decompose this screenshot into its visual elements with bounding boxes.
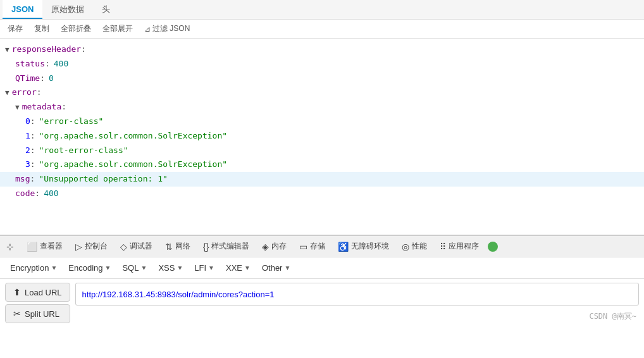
devtools-style-editor-button[interactable]: {} 样式编辑器 [197, 237, 256, 256]
sql-chevron-icon: ▼ [140, 264, 147, 271]
json-line-qtime: QTime: 0 [0, 71, 644, 86]
network-icon: ⇅ [165, 242, 173, 252]
sql-dropdown[interactable]: SQL ▼ [117, 261, 152, 275]
devtools-performance-button[interactable]: ◎ 性能 [395, 237, 433, 256]
devtools-network-button[interactable]: ⇅ 网络 [159, 237, 197, 256]
top-tabs-bar: JSON 原始数据 头 [0, 0, 644, 20]
devtools-app-button[interactable]: ⠿ 应用程序 [433, 237, 485, 256]
encoding-chevron-icon: ▼ [105, 264, 111, 271]
tab-json[interactable]: JSON [3, 0, 42, 19]
save-button[interactable]: 保存 [5, 22, 25, 35]
style-editor-icon: {} [203, 242, 209, 252]
json-line-metadata: ▼ metadata: [0, 100, 644, 114]
json-line-status: status: 400 [0, 57, 644, 71]
json-toolbar: 保存 复制 全部折叠 全部展开 ⊿ 过滤 JSON [0, 20, 644, 39]
devtools-debugger-button[interactable]: ◇ 调试器 [114, 237, 159, 256]
filter-icon: ⊿ [144, 25, 151, 34]
devtools-storage-button[interactable]: ▭ 存储 [293, 237, 331, 256]
xxe-dropdown[interactable]: XXE ▼ [221, 261, 256, 275]
scissors-icon: ✂ [13, 309, 21, 319]
security-toolbar: Encryption ▼ Encoding ▼ SQL ▼ XSS ▼ LFI … [0, 257, 644, 279]
json-line-meta-1: 1: "org.apache.solr.common.SolrException… [0, 129, 644, 144]
tab-head[interactable]: 头 [93, 0, 119, 19]
accessibility-icon: ♿ [338, 242, 349, 252]
lfi-chevron-icon: ▼ [208, 264, 214, 271]
toggle-error[interactable]: ▼ [5, 87, 9, 99]
xss-dropdown[interactable]: XSS ▼ [153, 261, 188, 275]
other-dropdown[interactable]: Other ▼ [257, 261, 295, 275]
devtools-memory-button[interactable]: ◈ 内存 [256, 237, 293, 256]
memory-icon: ◈ [262, 242, 269, 252]
filter-json-button[interactable]: ⊿ 过滤 JSON [142, 22, 192, 35]
xss-chevron-icon: ▼ [176, 264, 183, 271]
expand-all-button[interactable]: 全部展开 [100, 22, 135, 35]
app-icon: ⠿ [440, 242, 446, 252]
upload-icon: ⬆ [13, 287, 21, 297]
encryption-dropdown[interactable]: Encryption ▼ [5, 261, 62, 275]
devtools-accessibility-button[interactable]: ♿ 无障碍环境 [331, 237, 395, 256]
url-input[interactable] [75, 283, 639, 306]
lfi-dropdown[interactable]: LFI ▼ [189, 261, 220, 275]
other-chevron-icon: ▼ [284, 264, 290, 271]
devtools-inspector-button[interactable]: ⬜ 查看器 [20, 237, 69, 256]
load-url-button[interactable]: ⬆ Load URL [5, 283, 70, 302]
encryption-chevron-icon: ▼ [51, 264, 57, 271]
collapse-all-button[interactable]: 全部折叠 [58, 22, 94, 35]
toggle-metadata[interactable]: ▼ [15, 102, 20, 113]
debugger-icon: ◇ [120, 242, 127, 252]
json-line-error: ▼ error: [0, 85, 644, 100]
performance-icon: ◎ [402, 242, 409, 252]
inspector-icon: ⬜ [27, 242, 37, 252]
xxe-chevron-icon: ▼ [244, 264, 251, 271]
console-icon: ▷ [75, 242, 82, 252]
storage-icon: ▭ [299, 242, 307, 252]
toggle-responseheader[interactable]: ▼ [5, 44, 9, 56]
split-url-button[interactable]: ✂ Split URL [5, 304, 70, 323]
copy-button[interactable]: 复制 [32, 22, 52, 35]
url-section: ⬆ Load URL ✂ Split URL [0, 279, 644, 327]
watermark-text: CSDN @南冥~ [589, 311, 636, 322]
json-line-code: code: 400 [0, 187, 644, 201]
json-line-meta-2: 2: "root-error-class" [0, 144, 644, 158]
pick-icon: ⊹ [6, 242, 14, 252]
active-indicator [488, 242, 498, 252]
json-line-meta-0: 0: "error-class" [0, 114, 644, 129]
json-line-meta-3: 3: "org.apache.solr.common.SolrException… [0, 157, 644, 172]
devtools-bar: ⊹ ⬜ 查看器 ▷ 控制台 ◇ 调试器 ⇅ 网络 {} 样式编辑器 ◈ 内存 ▭… [0, 235, 644, 257]
devtools-pick-button[interactable]: ⊹ [0, 238, 20, 256]
encoding-dropdown[interactable]: Encoding ▼ [63, 261, 116, 275]
devtools-console-button[interactable]: ▷ 控制台 [69, 237, 114, 256]
url-buttons: ⬆ Load URL ✂ Split URL [5, 283, 70, 323]
json-line-msg: msg: "Unsupported operation: 1" [0, 172, 644, 187]
json-line-responseheader: ▼ responseHeader: [0, 42, 644, 57]
json-content-area: ▼ responseHeader: status: 400 QTime: 0 ▼… [0, 39, 644, 235]
tab-raw[interactable]: 原始数据 [42, 0, 93, 19]
